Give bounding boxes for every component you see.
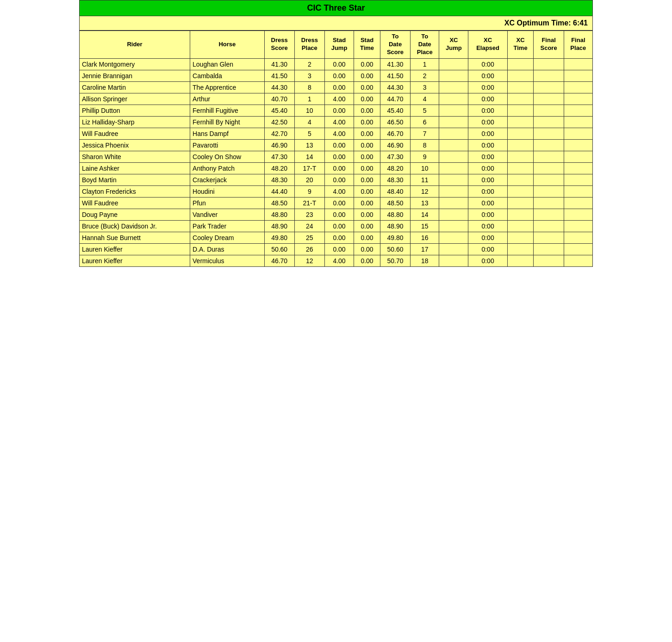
cell-rider: Lauren Kieffer [80, 243, 190, 255]
cell-stad_jump: 4.00 [324, 116, 354, 128]
cell-xc_jump [439, 81, 468, 93]
cell-xc_jump [439, 209, 468, 220]
cell-final_score [534, 232, 564, 243]
cell-xc_elapsed: 0:00 [468, 128, 507, 139]
cell-final_score [534, 220, 564, 232]
cell-final_place [564, 93, 592, 105]
cell-dress_score: 49.80 [264, 232, 294, 243]
table-row: Phillip DuttonFernhill Fugitive45.40100.… [80, 105, 593, 116]
table-row: Clayton FredericksHoudini44.4094.000.004… [80, 185, 593, 197]
table-row: Jennie BranniganCambalda41.5030.000.0041… [80, 70, 593, 81]
cell-final_score [534, 128, 564, 139]
cell-xc_time [507, 232, 534, 243]
cell-to_date_place: 1 [411, 58, 439, 70]
table-row: Lauren KiefferVermiculus46.70124.000.005… [80, 255, 593, 266]
table-row: Clark MontgomeryLoughan Glen41.3020.000.… [80, 58, 593, 70]
table-row: Will FaudreePfun48.5021-T0.000.0048.5013… [80, 197, 593, 209]
cell-final_score [534, 151, 564, 162]
results-table: Rider Horse DressScore DressPlace StadJu… [79, 31, 593, 267]
cell-xc_time [507, 174, 534, 185]
col-header-final-score: FinalScore [534, 31, 564, 59]
cell-stad_jump: 0.00 [324, 197, 354, 209]
cell-xc_elapsed: 0:00 [468, 174, 507, 185]
cell-to_date_score: 48.90 [380, 220, 410, 232]
table-row: Bruce (Buck) Davidson Jr.Park Trader48.9… [80, 220, 593, 232]
col-header-xc-time: XCTime [507, 31, 534, 59]
cell-final_place [564, 70, 592, 81]
col-header-stad-jump: StadJump [324, 31, 354, 59]
cell-final_score [534, 197, 564, 209]
cell-horse: Pfun [190, 197, 265, 209]
cell-rider: Liz Halliday-Sharp [80, 116, 190, 128]
cell-xc_time [507, 128, 534, 139]
cell-to_date_place: 16 [411, 232, 439, 243]
cell-xc_time [507, 151, 534, 162]
cell-horse: Crackerjack [190, 174, 265, 185]
cell-horse: Anthony Patch [190, 162, 265, 174]
cell-to_date_place: 11 [411, 174, 439, 185]
cell-final_score [534, 105, 564, 116]
cell-stad_time: 0.00 [354, 151, 380, 162]
cell-dress_score: 46.70 [264, 255, 294, 266]
cell-stad_time: 0.00 [354, 116, 380, 128]
cell-horse: Fernhill By Night [190, 116, 265, 128]
cell-stad_time: 0.00 [354, 174, 380, 185]
cell-stad_time: 0.00 [354, 243, 380, 255]
cell-to_date_score: 45.40 [380, 105, 410, 116]
table-header-row: Rider Horse DressScore DressPlace StadJu… [80, 31, 593, 59]
cell-to_date_score: 41.50 [380, 70, 410, 81]
cell-final_place [564, 232, 592, 243]
col-header-stad-time: StadTime [354, 31, 380, 59]
cell-dress_place: 1 [294, 93, 324, 105]
cell-xc_elapsed: 0:00 [468, 255, 507, 266]
subtitle-bar: XC Optimum Time: 6:41 [79, 16, 593, 31]
cell-xc_jump [439, 151, 468, 162]
col-header-to-date-score: ToDateScore [380, 31, 410, 59]
cell-rider: Jennie Brannigan [80, 70, 190, 81]
cell-dress_place: 14 [294, 151, 324, 162]
cell-final_score [534, 174, 564, 185]
cell-rider: Lauren Kieffer [80, 255, 190, 266]
cell-stad_jump: 0.00 [324, 174, 354, 185]
cell-dress_place: 26 [294, 243, 324, 255]
cell-dress_place: 25 [294, 232, 324, 243]
cell-horse: Pavarotti [190, 139, 265, 151]
cell-final_place [564, 243, 592, 255]
col-header-xc-jump: XCJump [439, 31, 468, 59]
cell-final_place [564, 185, 592, 197]
cell-dress_score: 48.80 [264, 209, 294, 220]
cell-to_date_score: 48.50 [380, 197, 410, 209]
cell-xc_time [507, 70, 534, 81]
cell-dress_place: 20 [294, 174, 324, 185]
cell-final_place [564, 255, 592, 266]
cell-stad_jump: 0.00 [324, 162, 354, 174]
cell-xc_elapsed: 0:00 [468, 185, 507, 197]
cell-xc_time [507, 255, 534, 266]
cell-dress_place: 4 [294, 116, 324, 128]
cell-final_place [564, 139, 592, 151]
cell-xc_time [507, 105, 534, 116]
cell-xc_time [507, 139, 534, 151]
cell-dress_place: 9 [294, 185, 324, 197]
cell-rider: Clayton Fredericks [80, 185, 190, 197]
table-row: Caroline MartinThe Apprentice44.3080.000… [80, 81, 593, 93]
cell-to_date_score: 50.70 [380, 255, 410, 266]
table-row: Doug PayneVandiver48.80230.000.0048.8014… [80, 209, 593, 220]
cell-rider: Jessica Phoenix [80, 139, 190, 151]
cell-rider: Allison Springer [80, 93, 190, 105]
cell-dress_score: 48.50 [264, 197, 294, 209]
cell-dress_place: 5 [294, 128, 324, 139]
cell-stad_jump: 0.00 [324, 58, 354, 70]
cell-final_score [534, 70, 564, 81]
cell-dress_score: 42.70 [264, 128, 294, 139]
xc-optimum-time: XC Optimum Time: 6:41 [504, 19, 588, 27]
cell-rider: Laine Ashker [80, 162, 190, 174]
cell-to_date_place: 8 [411, 139, 439, 151]
cell-xc_time [507, 197, 534, 209]
title-bar: CIC Three Star [79, 0, 593, 16]
cell-to_date_place: 15 [411, 220, 439, 232]
table-row: Will FaudreeHans Dampf42.7054.000.0046.7… [80, 128, 593, 139]
cell-horse: Cooley On Show [190, 151, 265, 162]
cell-final_score [534, 81, 564, 93]
cell-xc_jump [439, 232, 468, 243]
